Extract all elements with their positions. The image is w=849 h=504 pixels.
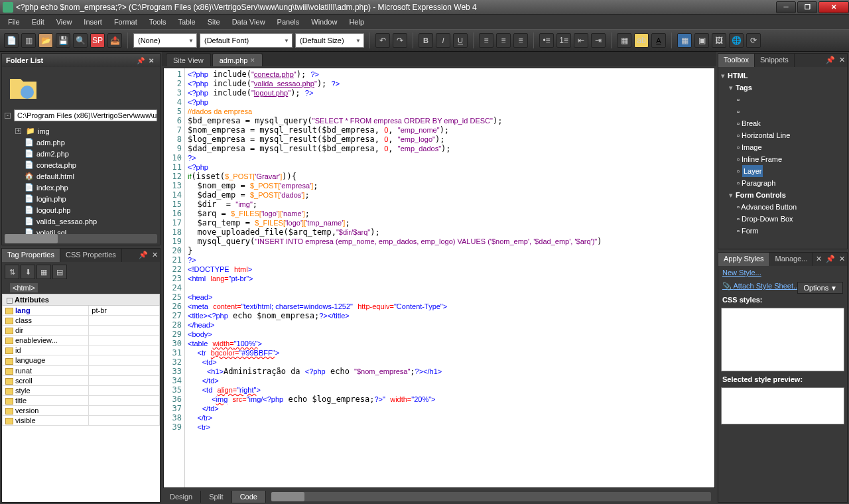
align-right-icon[interactable]: ≡ [513,33,528,48]
toolbox-formcontrols[interactable]: ▾ Form Controls [721,189,844,201]
tab-apply-styles[interactable]: Apply Styles [718,253,770,266]
table-icon[interactable]: ▦ [677,33,692,48]
toolbox-paragraph[interactable]: ▫ Paragraph [721,177,844,189]
tab-toolbox[interactable]: Toolbox [718,54,755,67]
show-all-icon[interactable]: ▤ [52,265,67,279]
editor-hscroll[interactable] [271,492,711,501]
tab-manage-styles[interactable]: Manage... [770,253,814,266]
tree-item-img[interactable]: +📁 img [6,125,156,137]
align-left-icon[interactable]: ≡ [479,33,493,48]
sp-icon[interactable]: SP [90,33,105,48]
tree-collapse-icon[interactable]: - [5,113,11,119]
menu-tools[interactable]: Tools [144,17,172,27]
tree-item-conecta-php[interactable]: 📄 conecta.php [6,159,156,170]
toolbox-drop-downbox[interactable]: ▫ Drop-Down Box [721,213,844,225]
menu-site[interactable]: Site [202,17,226,27]
image-icon[interactable]: 🖼 [712,33,726,48]
site-folder-icon[interactable] [7,72,39,104]
attr-row-style[interactable]: style [3,385,160,395]
css-styles-box[interactable] [721,308,844,371]
pin-icon[interactable]: 📌 [136,56,145,65]
toolbox-horizontalline[interactable]: ▫ Horizontal Line [721,129,844,141]
options-button[interactable]: Options ▼ [797,282,843,294]
redo-icon[interactable]: ↷ [393,33,407,48]
align-center-icon[interactable]: ≡ [496,33,511,48]
pin-icon[interactable]: 📌 [137,249,150,262]
toolbox-break[interactable]: ▫ Break [721,117,844,129]
attr-collapse-icon[interactable]: - [7,298,13,304]
attr-row-class[interactable]: class [3,316,160,326]
code-editor[interactable]: 1 2 3 4 5 6 7 8 9 10 11 12 13 14 15 16 1… [163,68,715,488]
new-style-link[interactable]: New Style... [718,266,847,279]
attr-row-runat[interactable]: runat [3,365,160,375]
underline-icon[interactable]: U [453,33,468,48]
attr-row-id[interactable]: id [3,346,160,355]
doc-tab-site view[interactable]: Site View [166,53,211,66]
show-set-icon[interactable]: ▦ [36,265,51,279]
tab-css-properties[interactable]: CSS Properties [60,249,122,262]
close-tab-icon[interactable]: ✕ [814,253,824,266]
attr-row-lang[interactable]: langpt-br [3,306,160,316]
close-tab-icon[interactable]: ✕ [250,57,255,64]
close-button[interactable]: ✕ [818,1,849,13]
tree-item-adm-php[interactable]: 📄 adm.php [6,137,156,148]
outdent-icon[interactable]: ⇤ [574,33,588,48]
open-icon[interactable]: 📂 [38,33,53,48]
sort-b-icon[interactable]: ⬇ [21,265,35,279]
pin-icon[interactable]: 📌 [824,54,837,67]
save-icon[interactable]: 💾 [56,33,70,48]
toolbox-advancedbutton[interactable]: ▫ Advanced Button [721,201,844,213]
refresh-icon[interactable]: ⟳ [746,33,761,48]
attr-row-version[interactable]: version [3,405,160,415]
style-dropdown[interactable]: (None) [133,33,197,48]
hyperlink-icon[interactable]: 🌐 [729,33,744,48]
menu-window[interactable]: Window [306,17,342,27]
menu-data-view[interactable]: Data View [227,17,271,27]
menu-panels[interactable]: Panels [272,17,305,27]
menu-view[interactable]: View [51,17,78,27]
attr-row-dir[interactable]: dir [3,326,160,336]
tree-item-logout-php[interactable]: 📄 logout.php [6,204,156,216]
toolbox-tags[interactable]: ▾ Tags [721,82,844,94]
new-site-icon[interactable]: ▥ [21,33,36,48]
close-panel-icon[interactable]: ✕ [147,56,156,65]
new-file-icon[interactable]: 📄 [4,33,19,48]
attr-row-language[interactable]: language [3,355,160,365]
attr-row-scroll[interactable]: scroll [3,375,160,385]
folder-hscroll[interactable] [5,234,157,243]
tree-item-login-php[interactable]: 📄 login.php [6,193,156,204]
menu-edit[interactable]: Edit [27,17,50,27]
view-design[interactable]: Design [162,491,201,503]
toolbox-inlineframe[interactable]: ▫ Inline Frame [721,153,844,165]
attr-row-title[interactable]: title [3,395,160,405]
toolbox-div[interactable]: ▫ [721,94,844,105]
publish-icon[interactable]: 📤 [107,33,122,48]
code-area[interactable]: <?php include("conecta.php"); ?> <?php i… [185,68,714,487]
close-panel-icon[interactable]: ✕ [837,54,847,67]
menu-table[interactable]: Table [172,17,200,27]
attr-row-enableview...[interactable]: enableview... [3,336,160,346]
toolbox-layer[interactable]: ▫ Layer [721,165,844,177]
borders-icon[interactable]: ▦ [617,33,631,48]
size-dropdown[interactable]: (Default Size) [295,33,364,48]
tree-item-index-php[interactable]: 📄 index.php [6,182,156,193]
italic-icon[interactable]: I [436,33,450,48]
tab-snippets[interactable]: Snippets [755,54,795,67]
tab-tag-properties[interactable]: Tag Properties [2,249,60,262]
close-panel-icon[interactable]: ✕ [837,253,847,266]
attr-row-visible[interactable]: visible [3,416,160,426]
maximize-button[interactable]: ❐ [797,1,817,13]
font-dropdown[interactable]: (Default Font) [200,33,293,48]
font-color-icon[interactable]: A [651,33,666,48]
tree-item-valida_sessao-php[interactable]: 📄 valida_sessao.php [6,216,156,227]
menu-format[interactable]: Format [109,17,143,27]
toolbox-image[interactable]: ▫ Image [721,141,844,153]
menu-help[interactable]: Help [344,17,369,27]
highlight-icon[interactable]: ab [634,33,649,48]
toolbox-html[interactable]: ▾ HTML [721,70,844,82]
tree-item-adm2-php[interactable]: 📄 adm2.php [6,148,156,159]
pin-icon[interactable]: 📌 [824,253,837,266]
numbering-icon[interactable]: 1≡ [556,33,571,48]
toolbox-span[interactable]: ▫ [721,105,844,117]
view-split[interactable]: Split [201,491,231,503]
